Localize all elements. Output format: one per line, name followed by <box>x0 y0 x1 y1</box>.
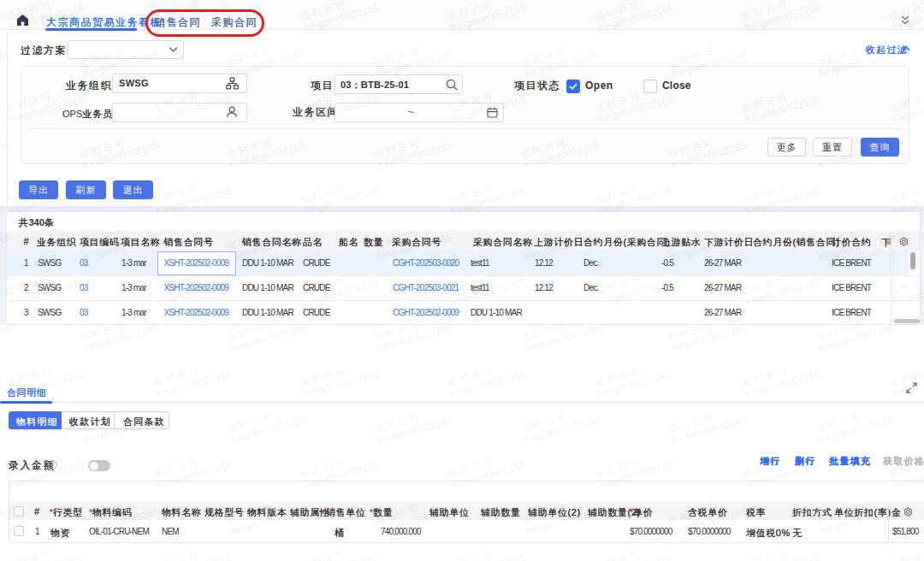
svg-text:?: ? <box>51 462 55 468</box>
